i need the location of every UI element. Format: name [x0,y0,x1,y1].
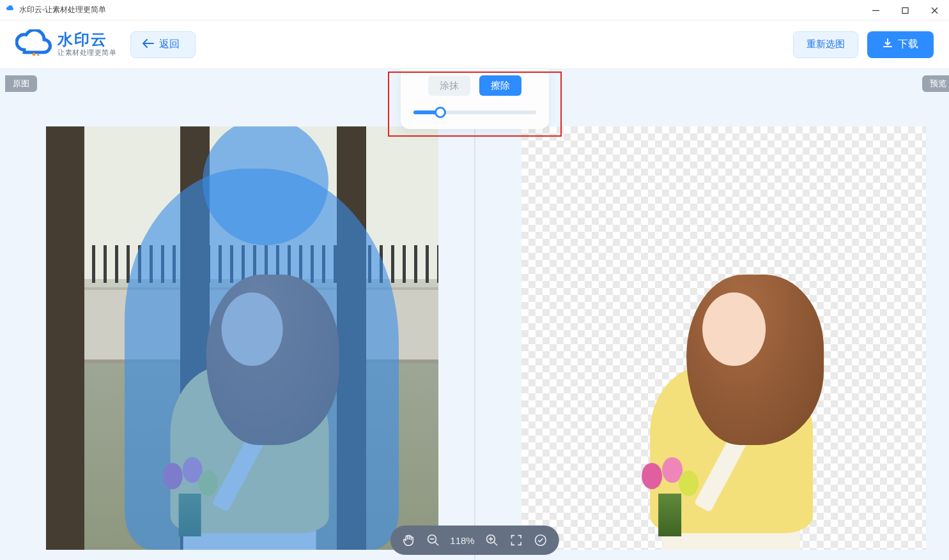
original-tag-label: 原图 [13,78,29,89]
confirm-button[interactable] [534,533,548,547]
preview-tag-label: 预览 [930,78,946,89]
app-header: 水印云 让素材处理更简单 返回 重新选图 下载 [0,20,949,69]
maximize-button[interactable] [890,0,920,20]
zoom-out-button[interactable] [426,533,440,547]
brush-size-slider[interactable] [413,106,536,119]
download-button[interactable]: 下载 [867,31,934,58]
svg-point-4 [33,52,36,56]
reselect-button-label: 重新选图 [806,38,845,50]
back-button-label: 返回 [159,38,180,51]
tab-paint-label: 涂抹 [440,80,459,92]
selection-mask [46,126,438,550]
original-panel[interactable] [0,69,474,560]
reselect-button[interactable]: 重新选图 [793,31,858,58]
logo-subtitle: 让素材处理更简单 [58,48,116,57]
compare-panels [0,69,949,560]
window-title: 水印云-让素材处理更简单 [19,4,106,15]
zoom-level: 118% [450,535,474,546]
result-panel[interactable] [475,69,950,560]
original-tag: 原图 [5,75,37,92]
viewer-toolbar: 118% [390,526,559,555]
download-button-label: 下载 [898,38,918,51]
workspace: 原图 预览 [0,69,949,560]
fit-screen-button[interactable] [509,533,523,547]
arrow-left-icon [143,39,154,50]
app-icon [5,4,15,16]
tab-erase[interactable]: 擦除 [479,75,521,96]
app-logo: 水印云 让素材处理更简单 [15,29,116,60]
back-button[interactable]: 返回 [130,31,196,58]
tab-paint[interactable]: 涂抹 [428,75,470,96]
logo-icon [15,29,52,60]
tab-erase-label: 擦除 [491,80,510,92]
pan-tool-button[interactable] [401,533,415,547]
svg-rect-1 [902,8,908,13]
svg-line-10 [493,542,497,546]
original-image[interactable] [46,126,438,550]
zoom-in-button[interactable] [485,533,499,547]
minimize-button[interactable] [861,0,890,20]
logo-title: 水印云 [58,31,116,47]
slider-thumb[interactable] [435,107,446,118]
title-bar-left: 水印云-让素材处理更简单 [5,4,106,16]
window-controls [861,0,949,20]
title-bar: 水印云-让素材处理更简单 [0,0,949,20]
download-icon [883,38,893,51]
svg-line-7 [435,542,438,546]
svg-point-5 [37,54,39,56]
result-image[interactable] [521,126,927,550]
close-button[interactable] [920,0,949,20]
brush-tool-panel: 涂抹 擦除 [401,69,549,129]
preview-tag: 预览 [922,75,949,92]
